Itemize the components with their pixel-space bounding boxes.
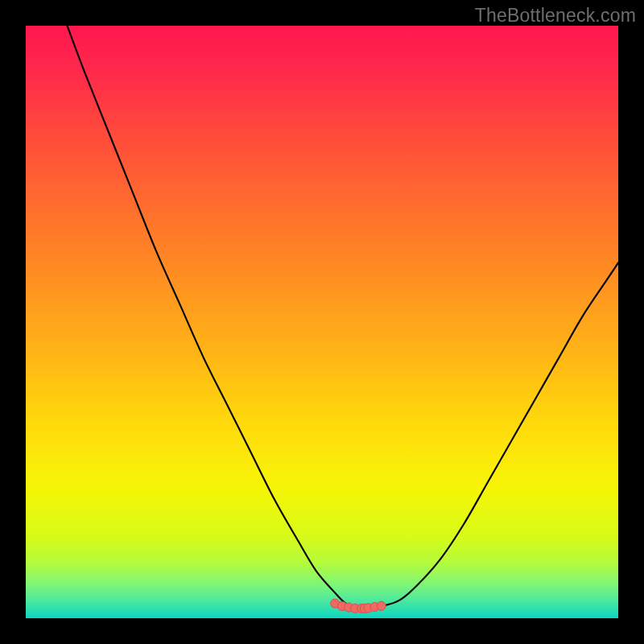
- chart-svg: [26, 26, 618, 618]
- curve-marker: [377, 601, 386, 610]
- gradient-background: [26, 26, 618, 618]
- watermark-text: TheBottleneck.com: [475, 5, 636, 27]
- chart-plot-area: [26, 26, 618, 618]
- outer-frame: TheBottleneck.com: [0, 0, 644, 644]
